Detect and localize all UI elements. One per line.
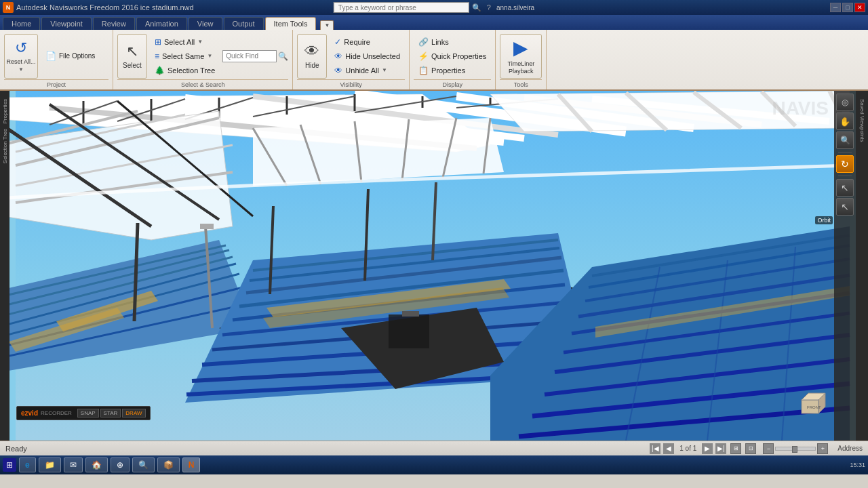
stadium-svg: [9, 91, 856, 441]
navis-watermark: NAVIS: [772, 98, 829, 119]
camera-button[interactable]: ◎: [836, 94, 854, 111]
select-tool-button2[interactable]: ↗: [836, 198, 854, 216]
right-toolbar: ◎ ✋ 🔍 ↻ ↖ ↗: [834, 91, 856, 441]
ezvid-sub: RECORDER: [41, 410, 72, 416]
minimize-button[interactable]: ─: [830, 3, 841, 12]
taskbar-navisworks[interactable]: N: [182, 458, 201, 472]
file-options-button[interactable]: 📄 File Options: [41, 49, 108, 63]
zoom-out-button[interactable]: −: [763, 443, 774, 454]
hide-button[interactable]: 👁 Hide: [297, 34, 327, 79]
taskbar: ⊞ e 📁 ✉ 🏠 ⊕ 🔍 📦 N 15:31: [0, 455, 868, 474]
ribbon-group-display: 🔗 Links ⚡ Quick Properties 📋 Properties …: [410, 30, 496, 89]
restore-button[interactable]: □: [842, 3, 853, 12]
page-controls: |◀ ◀ 1 of 1 ▶ ▶|: [650, 443, 726, 454]
search-icon[interactable]: 🔍: [472, 3, 481, 12]
unhide-all-button[interactable]: 👁 Unhide All ▼: [330, 64, 405, 77]
ribbon-group-select: ↖ Select ⊞ Select All ▼ ≡ Select Same ▼: [113, 30, 293, 89]
project-group-label: Project: [4, 79, 108, 88]
select-tool-button[interactable]: ↖: [836, 179, 854, 197]
tab-review[interactable]: Review: [93, 17, 135, 30]
status-text: Ready: [5, 445, 27, 453]
taskbar-ie[interactable]: e: [19, 458, 36, 472]
tab-animation[interactable]: Animation: [136, 17, 187, 30]
hide-unselected-button[interactable]: 👁 Hide Unselected: [330, 49, 405, 63]
zoom-controls: − +: [763, 443, 828, 454]
toolbar-sep2: [838, 176, 852, 176]
left-panel-selection-tree[interactable]: Selection Tree: [2, 127, 8, 165]
zoom-in-button[interactable]: +: [817, 443, 828, 454]
taskbar-search[interactable]: 🔍: [132, 458, 155, 472]
quick-find-input[interactable]: [222, 50, 277, 62]
app-title: Autodesk Navisworks Freedom 2016 ice sta…: [16, 3, 194, 12]
zoom-button[interactable]: 🔍: [836, 131, 854, 149]
selection-tree-button[interactable]: 🌲 Selection Tree: [150, 64, 220, 77]
quick-find-container: 🔍: [222, 50, 288, 62]
visibility-group-label: Visibility: [297, 79, 405, 88]
links-button[interactable]: 🔗 Links: [414, 35, 491, 49]
properties-button[interactable]: 📋 Properties: [414, 64, 491, 77]
svg-text:FRONT: FRONT: [807, 405, 821, 409]
svg-rect-88: [402, 311, 419, 317]
tab-viewpoint[interactable]: Viewpoint: [41, 17, 92, 30]
ezvid-logo: ezvid: [21, 409, 38, 417]
select-same-button[interactable]: ≡ Select Same ▼: [150, 49, 220, 63]
orbit-tooltip: Orbit: [815, 216, 833, 224]
page-next-button[interactable]: ▶: [702, 443, 713, 454]
tab-output[interactable]: Output: [224, 17, 264, 30]
taskbar-misc1[interactable]: 📦: [157, 458, 180, 472]
tab-strip: Home Viewpoint Review Animation View Out…: [0, 15, 868, 30]
ezvid-overlay: ezvid RECORDER SNAP STAR DRAW: [16, 406, 151, 420]
require-button[interactable]: ✓ Require: [330, 35, 405, 49]
ribbon-group-tools: ▶ TimeLiner Playback Tools: [496, 30, 547, 89]
nav-cube[interactable]: FRONT: [795, 386, 829, 420]
svg-rect-90: [200, 224, 214, 229]
taskbar-nav-home[interactable]: 🏠: [85, 458, 108, 472]
ezvid-snap-button[interactable]: SNAP: [77, 409, 99, 418]
pan-button[interactable]: ✋: [836, 113, 854, 130]
tab-view[interactable]: View: [189, 17, 222, 30]
quick-properties-button[interactable]: ⚡ Quick Properties: [414, 49, 491, 63]
ezvid-star-button[interactable]: STAR: [100, 409, 121, 418]
title-bar: N Autodesk Navisworks Freedom 2016 ice s…: [0, 0, 868, 15]
more-tabs-button[interactable]: ▼: [320, 20, 334, 30]
tab-item-tools[interactable]: Item Tools: [265, 17, 317, 30]
select-button[interactable]: ↖ Select: [117, 34, 147, 79]
page-last-button[interactable]: ▶|: [715, 443, 726, 454]
help-icon[interactable]: ?: [487, 3, 491, 12]
fit-to-window-button[interactable]: ⊡: [745, 443, 756, 454]
search-input[interactable]: [334, 2, 469, 13]
viewport[interactable]: NAVIS ◎ ✋ 🔍 ↻ ↖ ↗ Orbit: [9, 91, 856, 441]
toolbar-sep: [838, 152, 852, 152]
quick-find-search-icon[interactable]: 🔍: [278, 52, 288, 61]
taskbar-outlook[interactable]: ✉: [64, 458, 83, 472]
app-icon: N: [3, 2, 14, 13]
address-label: Address: [837, 445, 863, 452]
orbit-button[interactable]: ↻: [836, 155, 854, 173]
tools-group-label: Tools: [500, 79, 542, 88]
display-group-label: Display: [414, 79, 491, 88]
taskbar-chrome[interactable]: ⊕: [111, 458, 130, 472]
reset-all-button[interactable]: ↺ Reset All... ▼: [4, 34, 38, 79]
status-bar: Ready |◀ ◀ 1 of 1 ▶ ▶| ⊞ ⊡ − + Address: [0, 441, 868, 455]
right-panel-saved-viewpoints[interactable]: Saved Viewpoints: [859, 98, 865, 143]
taskbar-explorer[interactable]: 📁: [39, 458, 61, 472]
ribbon-group-project: ↺ Reset All... ▼ 📄 File Options Project: [0, 30, 113, 89]
ezvid-draw-button[interactable]: DRAW: [122, 409, 145, 418]
timeliner-playback-button[interactable]: ▶ TimeLiner Playback: [500, 34, 542, 79]
svg-rect-87: [389, 314, 429, 348]
page-first-button[interactable]: |◀: [650, 443, 660, 454]
taskbar-clock: 15:31: [850, 462, 865, 468]
ribbon: ↺ Reset All... ▼ 📄 File Options Project …: [0, 30, 868, 91]
user-name: anna.silveira: [496, 4, 534, 12]
windows-start-button[interactable]: ⊞: [3, 458, 16, 472]
right-panel: Saved Viewpoints: [856, 91, 868, 441]
left-panel-properties[interactable]: Properties: [2, 98, 8, 125]
page-options-button[interactable]: ⊞: [730, 443, 741, 454]
left-panel: Properties Selection Tree: [0, 91, 9, 441]
main-area: Properties Selection Tree: [0, 91, 868, 441]
select-all-button[interactable]: ⊞ Select All ▼: [150, 35, 220, 49]
tab-home[interactable]: Home: [3, 17, 40, 30]
zoom-slider[interactable]: [775, 447, 816, 451]
close-button[interactable]: ✕: [854, 3, 865, 12]
page-prev-button[interactable]: ◀: [663, 443, 674, 454]
